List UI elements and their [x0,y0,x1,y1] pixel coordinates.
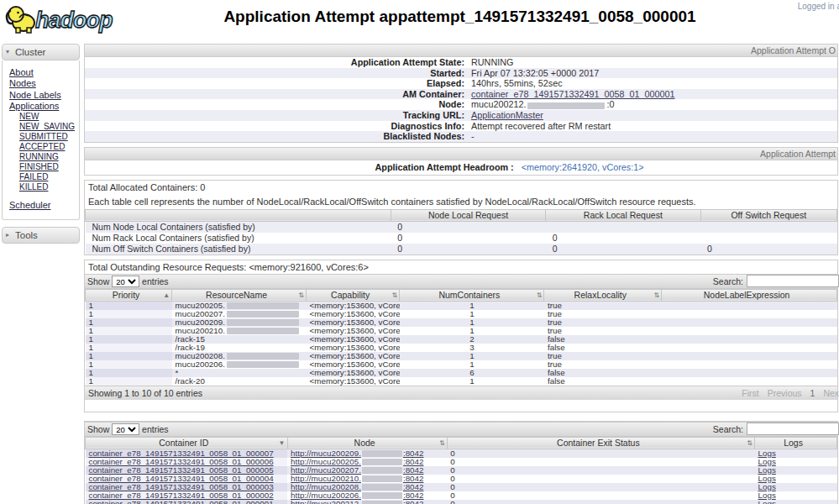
node-link[interactable]: http://mucu200206.:8042 [291,491,423,500]
cell-rack-local: 0 [546,233,700,244]
sidebar-app-state-link[interactable]: ACCEPTED [19,143,77,152]
logs-link[interactable]: Logs [758,475,776,483]
cell-relax-locality: true [544,310,662,318]
resource-name: * [176,369,179,377]
attempt-state-value: RUNNING [468,57,837,68]
sidebar-section-tools[interactable]: ▸ Tools [2,227,80,244]
pagination-page-1[interactable]: 1 [810,388,815,398]
sidebar-link[interactable]: Node Labels [9,90,77,100]
chevron-right-icon: ▸ [6,231,9,239]
table-toolbar: Show 20 entries Search: [85,422,837,437]
cell-logs: Logs [755,449,837,458]
container-id-link[interactable]: container_e78_1491571332491_0058_01_0000… [89,458,274,466]
logs-link[interactable]: Logs [758,500,776,504]
col-resource-name[interactable]: ResourceName⇅ [172,289,307,301]
cell-node-label-expression [662,310,837,318]
cell-resource-name: /rack-19 [172,344,307,352]
cell-num-containers: 3 [400,344,544,352]
sidebar-link[interactable]: Nodes [9,78,77,88]
table-header-row: Container ID▼ Node⇅ Container Exit Statu… [86,437,837,449]
table-row: 1 mucu200205. <memory:153600, vCores:1> … [86,301,837,310]
container-id-link[interactable]: container_e78_1491571332491_0058_01_0000… [89,449,274,458]
sidebar-section-cluster[interactable]: ▾ Cluster [2,44,80,60]
cell-priority: 1 [86,352,172,360]
cell-container-id: container_e78_1491571332491_0058_01_0000… [86,466,288,475]
sidebar-app-state-link[interactable]: NEW_SAVING [19,123,77,132]
sidebar-app-states: NEWNEW_SAVINGSUBMITTEDACCEPTEDRUNNINGFIN… [9,113,77,192]
node-port: :0 [606,99,614,109]
sort-both-icon: ⇅ [298,291,304,299]
table-row: 1 * <memory:153600, vCores:1> 6 false [86,369,837,377]
am-container-link[interactable]: container_e78_1491571332491_0058_01_0000… [471,89,675,99]
cell-relax-locality: false [544,344,662,352]
col-logs[interactable]: Logs [755,437,837,449]
node-link[interactable]: http://mucu200212.:8042 [291,500,423,504]
cell-capability: <memory:153600, vCores:1> [307,310,400,318]
container-id-link[interactable]: container_e78_1491571332491_0058_01_0000… [89,475,274,483]
cell-relax-locality: false [544,335,662,344]
node-url-prefix: http://mucu200209. [291,449,361,458]
node-link[interactable]: http://mucu200207.:8042 [291,466,423,475]
pagination-first[interactable]: First [742,388,758,398]
entries-select[interactable]: 20 [112,276,139,287]
container-id-link[interactable]: container_e78_1491571332491_0058_01_0000… [89,500,274,504]
pagination-previous[interactable]: Previous [768,388,802,398]
col-node-label-expression[interactable]: NodeLabelExpression [662,289,837,301]
cell-resource-name: mucu200205. [172,301,307,310]
table-row: Application Attempt State: RUNNING [85,57,837,68]
cell-relax-locality: true [544,301,662,310]
sidebar-section-cluster-label: Cluster [15,47,45,57]
cell-node-local: 0 [391,233,545,244]
cell-container-id: container_e78_1491571332491_0058_01_0000… [86,500,288,504]
col-relax-locality[interactable]: RelaxLocality⇅ [544,289,662,301]
logs-link[interactable]: Logs [758,449,776,458]
pagination-next[interactable]: Next [823,388,839,398]
col-container-id[interactable]: Container ID▼ [86,437,288,449]
sidebar-app-state-link[interactable]: KILLED [19,183,77,192]
node-link[interactable]: http://mucu200209.:8042 [291,449,423,458]
col-node[interactable]: Node⇅ [287,437,447,449]
sidebar-link[interactable]: Applications [9,101,77,111]
col-num-containers[interactable]: NumContainers⇅ [400,289,544,301]
sidebar-app-state-link[interactable]: FINISHED [19,163,77,172]
overview-section: Application Attempt O Application Attemp… [84,44,838,143]
cell-node: http://mucu200210.:8042 [287,475,447,483]
col-capability[interactable]: Capability⇅ [307,289,400,301]
sort-both-icon: ⇅ [439,439,445,447]
col-container-exit-status[interactable]: Container Exit Status⇅ [447,437,754,449]
cell-off-switch [700,221,837,233]
logs-link[interactable]: Logs [758,466,776,475]
cell-resource-name: /rack-15 [172,335,307,344]
container-id-link[interactable]: container_e78_1491571332491_0058_01_0000… [89,483,274,491]
sidebar-app-state-link[interactable]: FAILED [19,173,77,182]
sidebar-link[interactable]: About [9,67,77,77]
container-id-link[interactable]: container_e78_1491571332491_0058_01_0000… [89,491,274,500]
field-label: Elapsed: [85,78,468,89]
sidebar-app-state-link[interactable]: SUBMITTED [19,133,77,142]
logs-link[interactable]: Logs [758,483,776,491]
resource-name: mucu200205. [176,301,225,310]
node-link[interactable]: http://mucu200205.:8042 [291,458,423,466]
container-id-link[interactable]: container_e78_1491571332491_0058_01_0000… [89,466,274,475]
node-link[interactable]: http://mucu200210.:8042 [291,475,423,483]
search-input[interactable] [747,423,839,435]
sidebar-app-state-link[interactable]: RUNNING [19,153,77,162]
node-link[interactable]: http://mucu200208.:8042 [291,483,423,491]
resource-name: mucu200210. [176,327,225,335]
resource-name: mucu200207. [176,310,225,318]
col-priority[interactable]: Priority▲ [86,289,172,301]
search-input[interactable] [747,275,839,287]
table-header-row: Node Local Request Rack Local Request Of… [86,209,837,221]
show-entries-control: Show 20 entries [87,423,169,435]
sidebar-item-scheduler[interactable]: Scheduler [9,200,77,210]
redacted-text [227,353,299,360]
table-row: container_e78_1491571332491_0058_01_0000… [86,491,837,500]
logs-link[interactable]: Logs [758,491,776,500]
entries-label: entries [142,424,169,434]
cell-resource-name: * [172,369,307,377]
headroom-label: Application Attempt Headroom : [85,162,514,172]
tracking-url-link[interactable]: ApplicationMaster [471,110,543,120]
logs-link[interactable]: Logs [758,458,776,466]
entries-select[interactable]: 20 [112,423,139,435]
sidebar-app-state-link[interactable]: NEW [19,113,77,122]
